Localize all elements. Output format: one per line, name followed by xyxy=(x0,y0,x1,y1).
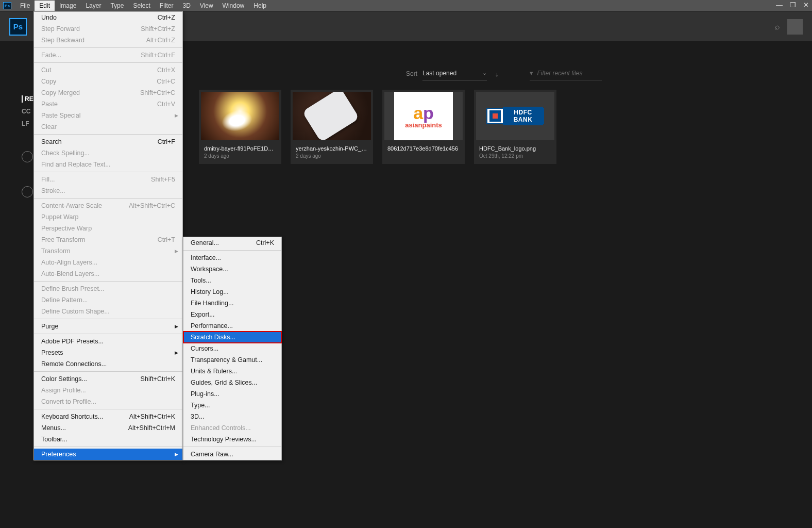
menu-item-workspace[interactable]: Workspace... xyxy=(183,263,281,275)
avatar[interactable] xyxy=(787,19,803,35)
menu-item-label: Transparency & Gamut... xyxy=(191,356,262,364)
menu-item-label: Technology Previews... xyxy=(191,436,257,443)
left-nav-title[interactable]: RE xyxy=(22,95,33,103)
menu-item-preferences[interactable]: Preferences▶ xyxy=(34,449,182,460)
separator xyxy=(34,134,182,135)
menu-item-purge[interactable]: Purge▶ xyxy=(34,321,182,332)
menu-window[interactable]: Window xyxy=(218,1,249,11)
menu-view[interactable]: View xyxy=(195,1,218,11)
menu-item-label: Find and Replace Text... xyxy=(41,161,111,168)
menu-item-label: Guides, Grid & Slices... xyxy=(191,379,257,386)
left-nav-item[interactable]: CC xyxy=(22,108,33,115)
sort-value: Last opened xyxy=(422,70,456,77)
menu-item-remote-connections[interactable]: Remote Connections... xyxy=(34,358,182,370)
recent-files-grid: dmitry-bayer-fl91PoFE1DU…2 days agoyerzh… xyxy=(199,90,560,164)
menu-item-copy: CopyCtrl+C xyxy=(34,76,182,87)
circle-button[interactable] xyxy=(22,151,33,162)
menu-filter[interactable]: Filter xyxy=(155,1,178,11)
separator xyxy=(183,447,281,447)
search-icon[interactable]: ⌕ xyxy=(775,22,780,31)
menu-item-search[interactable]: SearchCtrl+F xyxy=(34,136,182,147)
menu-item-3d[interactable]: 3D... xyxy=(183,411,281,422)
maximize-icon[interactable]: ❐ xyxy=(790,1,796,9)
menu-item-fill: Fill...Shift+F5 xyxy=(34,174,182,185)
menu-item-step-backward: Step BackwardAlt+Ctrl+Z xyxy=(34,35,182,46)
close-icon[interactable]: ✕ xyxy=(803,1,809,9)
menu-item-menus[interactable]: Menus...Alt+Shift+Ctrl+M xyxy=(34,422,182,434)
menu-layer[interactable]: Layer xyxy=(81,1,106,11)
menu-item-type[interactable]: Type... xyxy=(183,400,281,411)
recent-file-card[interactable]: dmitry-bayer-fl91PoFE1DU…2 days ago xyxy=(199,90,281,164)
left-nav-item[interactable]: LF xyxy=(22,120,33,127)
menu-item-label: Search xyxy=(41,138,62,145)
menu-item-transparency-gamut[interactable]: Transparency & Gamut... xyxy=(183,354,281,366)
file-meta: 2 days ago xyxy=(201,153,279,159)
file-title: yerzhan-yeskozhin-PWC_… xyxy=(293,145,371,152)
recent-file-card[interactable]: yerzhan-yeskozhin-PWC_…2 days ago xyxy=(291,90,373,164)
menu-item-paste: PasteCtrl+V xyxy=(34,98,182,110)
menu-item-label: Scratch Disks... xyxy=(191,334,235,341)
menu-item-cursors[interactable]: Cursors... xyxy=(183,343,281,354)
menu-item-label: Performance... xyxy=(191,322,233,329)
minimize-icon[interactable]: — xyxy=(776,1,783,9)
menu-item-adobe-pdf-presets[interactable]: Adobe PDF Presets... xyxy=(34,336,182,347)
menu-edit[interactable]: Edit xyxy=(35,1,55,11)
menu-item-label: Define Pattern... xyxy=(41,296,88,304)
menu-item-undo[interactable]: UndoCtrl+Z xyxy=(34,12,182,23)
menu-item-export[interactable]: Export... xyxy=(183,309,281,320)
left-nav: RE CC LF xyxy=(22,95,33,203)
menu-help[interactable]: Help xyxy=(249,1,271,11)
menu-item-scratch-disks[interactable]: Scratch Disks... xyxy=(183,332,281,343)
menu-item-presets[interactable]: Presets▶ xyxy=(34,347,182,358)
sort-select[interactable]: Last opened ⌄ xyxy=(422,68,487,80)
recent-file-card[interactable]: HDFC BANKHDFC_Bank_logo.pngOct 29th, 12:… xyxy=(474,90,556,164)
menu-item-label: Paste xyxy=(41,101,58,108)
submenu-arrow-icon: ▶ xyxy=(175,350,178,355)
menu-item-general[interactable]: General...Ctrl+K xyxy=(183,237,281,249)
thumbnail: HDFC BANK xyxy=(476,92,554,140)
menu-item-label: Adobe PDF Presets... xyxy=(41,338,104,345)
menu-3d[interactable]: 3D xyxy=(178,1,195,11)
menu-item-shortcut: Shift+Ctrl+F xyxy=(141,52,175,59)
menu-item-label: Fade... xyxy=(41,52,61,59)
sort-direction-icon[interactable]: ↓ xyxy=(495,70,499,78)
recent-file-card[interactable]: apasianpaints80612d717e3e8d70fe1c456 xyxy=(382,90,465,164)
menu-item-units-rulers[interactable]: Units & Rulers... xyxy=(183,366,281,377)
thumbnail xyxy=(201,92,279,140)
menu-item-label: Fill... xyxy=(41,176,55,183)
menu-item-keyboard-shortcuts[interactable]: Keyboard Shortcuts...Alt+Shift+Ctrl+K xyxy=(34,411,182,422)
menu-item-shortcut: Alt+Shift+Ctrl+M xyxy=(128,424,175,432)
menu-item-camera-raw[interactable]: Camera Raw... xyxy=(183,449,281,460)
menu-item-technology-previews[interactable]: Technology Previews... xyxy=(183,434,281,445)
menu-item-label: File Handling... xyxy=(191,300,233,307)
menu-item-plug-ins[interactable]: Plug-ins... xyxy=(183,388,281,400)
menu-type[interactable]: Type xyxy=(106,1,128,11)
menu-item-toolbar[interactable]: Toolbar... xyxy=(34,434,182,445)
menu-item-interface[interactable]: Interface... xyxy=(183,252,281,263)
menu-item-label: Keyboard Shortcuts... xyxy=(41,413,103,420)
menu-item-label: Define Brush Preset... xyxy=(41,285,104,292)
menu-item-stroke: Stroke... xyxy=(34,185,182,196)
menu-item-tools[interactable]: Tools... xyxy=(183,275,281,286)
edit-menu: UndoCtrl+ZStep ForwardShift+Ctrl+ZStep B… xyxy=(33,11,183,460)
menu-item-color-settings[interactable]: Color Settings...Shift+Ctrl+K xyxy=(34,373,182,385)
menu-item-shortcut: Ctrl+Z xyxy=(158,14,175,21)
menu-item-shortcut: Ctrl+T xyxy=(158,236,175,243)
sort-filter-row: Sort Last opened ⌄ ↓ ▾ Filter recent fil… xyxy=(406,67,602,80)
menu-item-define-pattern: Define Pattern... xyxy=(34,294,182,306)
menu-item-guides-grid-slices[interactable]: Guides, Grid & Slices... xyxy=(183,377,281,388)
menu-item-label: Enhanced Controls... xyxy=(191,424,251,432)
separator xyxy=(34,409,182,409)
menu-file[interactable]: File xyxy=(15,1,35,11)
menu-item-performance[interactable]: Performance... xyxy=(183,320,281,332)
circle-button[interactable] xyxy=(22,186,33,197)
menu-select[interactable]: Select xyxy=(128,1,155,11)
menu-item-label: General... xyxy=(191,239,219,246)
menu-image[interactable]: Image xyxy=(55,1,81,11)
menu-item-shortcut: Alt+Shift+Ctrl+K xyxy=(129,413,175,420)
menu-item-label: Remote Connections... xyxy=(41,360,107,368)
filter-input[interactable]: ▾ Filter recent files xyxy=(530,67,602,80)
menu-item-shortcut: Alt+Ctrl+Z xyxy=(146,37,175,44)
menu-item-file-handling[interactable]: File Handling... xyxy=(183,298,281,309)
menu-item-history-log[interactable]: History Log... xyxy=(183,286,281,298)
